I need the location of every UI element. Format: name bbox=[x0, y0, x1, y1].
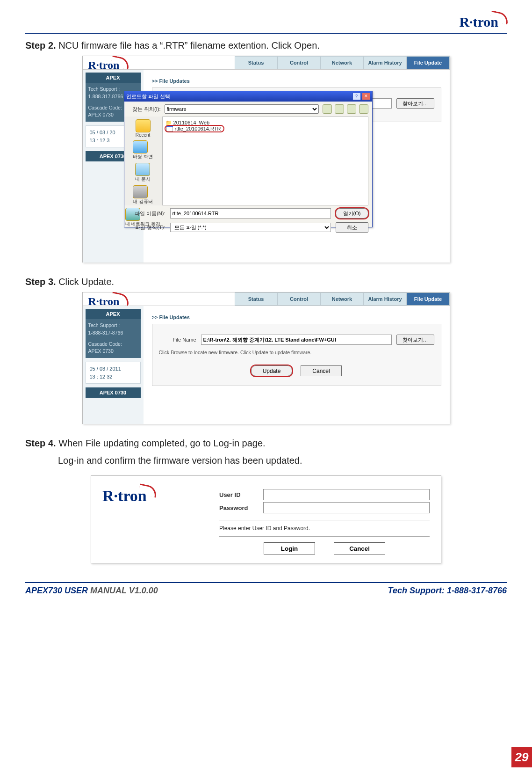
screenshot-step2: R·tron Status Control Network Alarm Hist… bbox=[82, 56, 450, 263]
tab-alarm-history[interactable]: Alarm History bbox=[364, 292, 407, 306]
sidebar-footer-box: APEX 0730 bbox=[86, 387, 141, 398]
step-4-text-2: Log-in and confirm the firmware version … bbox=[58, 455, 507, 466]
list-file-rtr[interactable]: rtlte_20100614.RTR bbox=[165, 126, 224, 131]
tab-alarm-history[interactable]: Alarm History bbox=[364, 56, 407, 69]
svg-rect-1 bbox=[166, 126, 173, 127]
sidebar-datetime: 05 / 03 / 2011 13 : 12 32 bbox=[86, 362, 141, 384]
page-number: 29 bbox=[511, 747, 532, 767]
desktop-icon[interactable] bbox=[133, 140, 148, 153]
close-icon[interactable]: ✕ bbox=[362, 93, 370, 100]
dlg-filename-label: 파일 이름(N): bbox=[128, 210, 165, 217]
app-logo: R·tron bbox=[88, 59, 128, 72]
file-dialog: 업로드할 파일 선택 ? ✕ 찾는 위치(I): firmware bbox=[124, 91, 373, 227]
lookin-select[interactable]: firmware bbox=[165, 104, 319, 114]
dialog-titlebar: 업로드할 파일 선택 ? ✕ bbox=[124, 91, 372, 102]
dlg-filetype-select[interactable]: 모든 파일 (*.*) bbox=[170, 223, 331, 232]
sidebar-tech-info: Tech Support : 1-888-317-8766 Cascade Co… bbox=[86, 319, 141, 358]
password-label: Password bbox=[219, 504, 257, 511]
footer-manual: APEX730 USER MANUAL V1.0.00 bbox=[25, 586, 158, 596]
browse-button[interactable]: 찾아보기… bbox=[396, 98, 434, 109]
recent-icon[interactable] bbox=[136, 119, 151, 132]
mydocs-icon[interactable] bbox=[135, 163, 150, 176]
dialog-toolbar bbox=[323, 104, 368, 114]
login-button[interactable]: Login bbox=[264, 542, 315, 554]
places-bar: Recent 바탕 화면 내 문서 내 컴퓨터 내 네트워크 환경 bbox=[124, 117, 162, 205]
dlg-filetype-label: 파일 형식(T): bbox=[128, 224, 165, 231]
login-hint: Please enter User ID and Password. bbox=[219, 520, 430, 532]
tab-file-update[interactable]: File Update bbox=[407, 56, 450, 69]
password-input[interactable] bbox=[263, 502, 430, 513]
login-cancel-button[interactable]: Cancel bbox=[334, 542, 385, 554]
help-icon[interactable]: ? bbox=[352, 93, 361, 100]
page-footer: APEX730 USER MANUAL V1.0.00 Tech Support… bbox=[25, 583, 507, 604]
tab-network[interactable]: Network bbox=[321, 56, 364, 69]
lookin-label: 찾는 위치(I): bbox=[128, 106, 161, 113]
open-button[interactable]: 열기(O) bbox=[336, 208, 368, 219]
filename-label: File Name bbox=[159, 337, 196, 343]
tab-control[interactable]: Control bbox=[278, 56, 321, 69]
browse-button[interactable]: 찾아보기… bbox=[396, 335, 434, 345]
tab-file-update[interactable]: File Update bbox=[407, 292, 450, 306]
tab-bar: Status Control Network Alarm History Fil… bbox=[83, 292, 450, 306]
cancel-button[interactable]: Cancel bbox=[301, 365, 342, 376]
app-logo: R·tron bbox=[88, 295, 128, 308]
sidebar: APEX Tech Support : 1-888-317-8766 Casca… bbox=[83, 306, 144, 424]
svg-rect-0 bbox=[166, 127, 173, 131]
footer-support: Tech Support: 1-888-317-8766 bbox=[388, 586, 507, 596]
update-hint: Click Browse to locate new firmware. Cli… bbox=[159, 350, 434, 355]
mypc-icon[interactable] bbox=[133, 185, 148, 198]
tab-status[interactable]: Status bbox=[235, 292, 278, 306]
tab-status[interactable]: Status bbox=[235, 56, 278, 69]
page-header: R·tron bbox=[25, 14, 507, 34]
tab-control[interactable]: Control bbox=[278, 292, 321, 306]
list-folder[interactable]: 20110614_Web bbox=[165, 120, 365, 126]
userid-label: User ID bbox=[219, 491, 257, 498]
up-icon[interactable] bbox=[335, 104, 344, 114]
section-title: >> File Updates bbox=[152, 314, 441, 320]
dialog-title-text: 업로드할 파일 선택 bbox=[126, 93, 170, 100]
views-icon[interactable] bbox=[359, 104, 368, 114]
dlg-filename-input[interactable] bbox=[170, 208, 331, 219]
step-2-text: Step 2. NCU firmware file has a “.RTR” f… bbox=[25, 40, 507, 51]
tab-network[interactable]: Network bbox=[321, 292, 364, 306]
userid-input[interactable] bbox=[263, 489, 430, 500]
file-list[interactable]: 20110614_Web rtlte_20100614.RTR bbox=[162, 117, 368, 205]
dlg-cancel-button[interactable]: 취소 bbox=[336, 222, 368, 233]
sidebar-title: APEX bbox=[86, 309, 141, 319]
back-icon[interactable] bbox=[323, 104, 332, 114]
rtron-logo: R·tron bbox=[459, 14, 507, 30]
login-logo: R·tron bbox=[102, 487, 155, 505]
screenshot-step3: R·tron Status Control Network Alarm Hist… bbox=[82, 292, 450, 424]
update-button[interactable]: Update bbox=[251, 365, 292, 376]
newfolder-icon[interactable] bbox=[347, 104, 356, 114]
screenshot-login: R·tron User ID Password Please enter Use… bbox=[91, 475, 441, 563]
tab-bar: Status Control Network Alarm History Fil… bbox=[83, 56, 450, 70]
section-title: >> File Updates bbox=[152, 78, 441, 84]
filename-input[interactable] bbox=[201, 335, 392, 345]
step-3-text: Step 3. Click Update. bbox=[25, 277, 507, 287]
step-4-text-1: Step 4. When File updating completed, go… bbox=[25, 438, 507, 449]
sidebar-title: APEX bbox=[86, 73, 141, 83]
